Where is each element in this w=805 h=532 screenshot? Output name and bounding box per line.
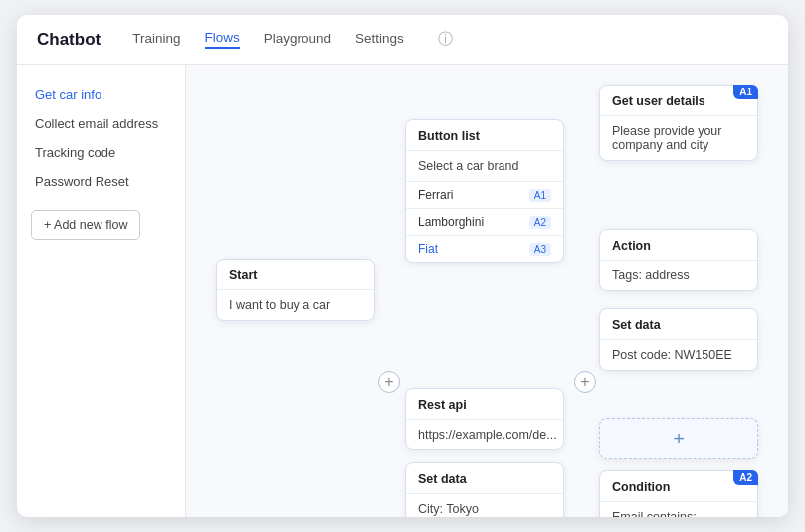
sidebar-item-collectemail[interactable]: Collect email address <box>17 109 185 138</box>
logo: Chatbot <box>37 30 101 50</box>
node-condition: A2 Condition Email contains: topo@g... P… <box>599 470 758 517</box>
node-getuserdetails-body: Please provide your company and city <box>600 116 757 160</box>
nav-training[interactable]: Training <box>132 31 180 48</box>
node-setdata-left: Set data City: Tokyo + <box>405 462 564 517</box>
node-start-body: I want to buy a car <box>217 290 374 320</box>
btn-list-lamborghini-badge: A2 <box>529 216 551 229</box>
node-condition-badge: A2 <box>733 470 758 485</box>
node-buttonlist-title: Button list <box>406 120 563 151</box>
btn-list-fiat-label: Fiat <box>418 242 438 256</box>
node-action-body: Tags: address <box>600 261 757 290</box>
node-condition-body1: Email contains: topo@g... Phone is set: … <box>600 502 757 517</box>
nav-items: Training Flows Playground Settings ⓘ <box>132 30 453 49</box>
node-restapi: Rest api https://example.com/de... <box>405 388 564 450</box>
sidebar-item-trackingcode[interactable]: Tracking code <box>17 138 185 167</box>
node-restapi-title: Rest api <box>406 389 563 420</box>
btn-list-lamborghini[interactable]: Lamborghini A2 <box>406 208 563 235</box>
app-window: Chatbot Training Flows Playground Settin… <box>17 15 788 517</box>
plus-button-2[interactable]: + <box>574 371 596 393</box>
nav-playground[interactable]: Playground <box>264 31 331 48</box>
node-setdata-left-title: Set data <box>406 463 563 494</box>
help-icon[interactable]: ⓘ <box>438 30 453 49</box>
plus-button-1[interactable]: + <box>378 371 400 393</box>
node-action-title: Action <box>600 230 757 261</box>
node-getuserdetails-badge: A1 <box>733 85 758 99</box>
btn-list-ferrari-badge: A1 <box>529 189 551 202</box>
node-action: Action Tags: address <box>599 229 758 291</box>
node-setdata-right-title: Set data <box>600 309 757 340</box>
btn-list-ferrari-label: Ferrari <box>418 188 453 202</box>
sidebar-item-getcarinfo[interactable]: Get car info <box>17 81 185 109</box>
top-nav: Chatbot Training Flows Playground Settin… <box>17 15 788 65</box>
btn-list-fiat-badge: A3 <box>529 243 551 256</box>
node-setdata-right-body: Post code: NW150EE <box>600 340 757 370</box>
nav-settings[interactable]: Settings <box>355 31 404 48</box>
node-restapi-url: https://example.com/de... <box>406 420 563 449</box>
add-flow-button[interactable]: + Add new flow <box>31 210 140 240</box>
node-setdata-left-body: City: Tokyo <box>406 494 563 517</box>
btn-list-fiat[interactable]: Fiat A3 <box>406 235 563 262</box>
main-area: Get car info Collect email address Track… <box>17 65 788 517</box>
node-start-title: Start <box>217 260 374 290</box>
btn-list-ferrari[interactable]: Ferrari A1 <box>406 181 563 208</box>
btn-list-lamborghini-label: Lamborghini <box>418 215 484 229</box>
node-start: Start I want to buy a car <box>216 259 375 321</box>
node-buttonlist: Button list Select a car brand Ferrari A… <box>405 119 564 263</box>
node-buttonlist-subtitle: Select a car brand <box>406 151 563 181</box>
sidebar: Get car info Collect email address Track… <box>17 65 186 517</box>
sidebar-item-passwordreset[interactable]: Password Reset <box>17 167 185 196</box>
node-addmore[interactable]: + <box>599 418 758 459</box>
node-setdata-right: Set data Post code: NW150EE <box>599 308 758 371</box>
nav-flows[interactable]: Flows <box>205 30 240 49</box>
canvas: Start I want to buy a car + Button list … <box>186 65 788 517</box>
node-getuserdetails: A1 Get user details Please provide your … <box>599 85 758 161</box>
